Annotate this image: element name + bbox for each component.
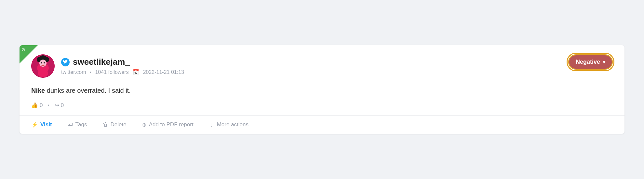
likes-count: 0 bbox=[40, 102, 43, 109]
shares-count: 0 bbox=[61, 102, 64, 109]
platform-label: twitter.com bbox=[61, 69, 86, 75]
tags-icon: 🏷 bbox=[68, 122, 73, 128]
twitter-icon bbox=[61, 58, 70, 66]
share-icon: ↪ bbox=[55, 102, 59, 109]
user-info: sweetlikejam_ twitter.com 1041 followers… bbox=[61, 57, 184, 75]
tags-label: Tags bbox=[75, 121, 87, 128]
post-content: Nike dunks are overrated. I said it. bbox=[31, 86, 613, 95]
sentiment-label: Negative bbox=[576, 59, 600, 65]
shares-stat: ↪ 0 bbox=[55, 102, 64, 109]
svg-point-10 bbox=[38, 69, 48, 77]
lightning-icon: ⚡ bbox=[31, 122, 38, 128]
visit-label: Visit bbox=[40, 121, 52, 128]
more-actions-label: More actions bbox=[217, 121, 248, 128]
post-card: ⊙ bbox=[20, 45, 624, 134]
post-date: 2022-11-21 01:13 bbox=[143, 69, 184, 75]
corner-badge: ⊙ bbox=[20, 45, 38, 63]
svg-point-9 bbox=[44, 62, 45, 63]
thumbs-up-icon: 👍 bbox=[31, 102, 38, 109]
post-text: dunks are overrated. I said it. bbox=[45, 87, 130, 94]
sentiment-button[interactable]: Negative ▾ bbox=[568, 54, 613, 70]
stats-separator: • bbox=[48, 103, 49, 108]
svg-point-6 bbox=[40, 55, 46, 60]
tags-action[interactable]: 🏷 Tags bbox=[68, 121, 87, 128]
badge-icon: ⊙ bbox=[21, 47, 25, 52]
svg-point-8 bbox=[41, 62, 42, 63]
delete-action[interactable]: 🗑 Delete bbox=[103, 121, 127, 128]
visit-action[interactable]: ⚡ Visit bbox=[31, 121, 52, 128]
calendar-icon: 📅 bbox=[133, 69, 139, 75]
followers-count: 1041 followers bbox=[95, 69, 128, 75]
delete-label: Delete bbox=[111, 121, 127, 128]
add-pdf-icon: ⊕ bbox=[142, 122, 146, 128]
add-pdf-action[interactable]: ⊕ Add to PDF report bbox=[142, 121, 194, 128]
card-header: sweetlikejam_ twitter.com 1041 followers… bbox=[31, 54, 613, 78]
likes-stat: 👍 0 bbox=[31, 102, 43, 109]
user-name-row: sweetlikejam_ bbox=[61, 57, 184, 67]
card-footer: ⚡ Visit 🏷 Tags 🗑 Delete ⊕ Add to PDF rep… bbox=[20, 115, 624, 134]
username: sweetlikejam_ bbox=[73, 57, 130, 67]
chevron-down-icon: ▾ bbox=[603, 59, 605, 65]
more-actions-icon: ⋮ bbox=[209, 122, 214, 128]
add-pdf-label: Add to PDF report bbox=[149, 121, 194, 128]
brand-mention: Nike bbox=[31, 87, 45, 94]
delete-icon: 🗑 bbox=[103, 122, 108, 128]
more-actions-action[interactable]: ⋮ More actions bbox=[209, 121, 248, 128]
card-header-left: sweetlikejam_ twitter.com 1041 followers… bbox=[31, 54, 184, 78]
user-meta: twitter.com 1041 followers 📅 2022-11-21 … bbox=[61, 69, 184, 75]
card-body: sweetlikejam_ twitter.com 1041 followers… bbox=[20, 45, 624, 115]
card-stats: 👍 0 • ↪ 0 bbox=[31, 102, 613, 109]
separator-dot bbox=[90, 72, 91, 73]
